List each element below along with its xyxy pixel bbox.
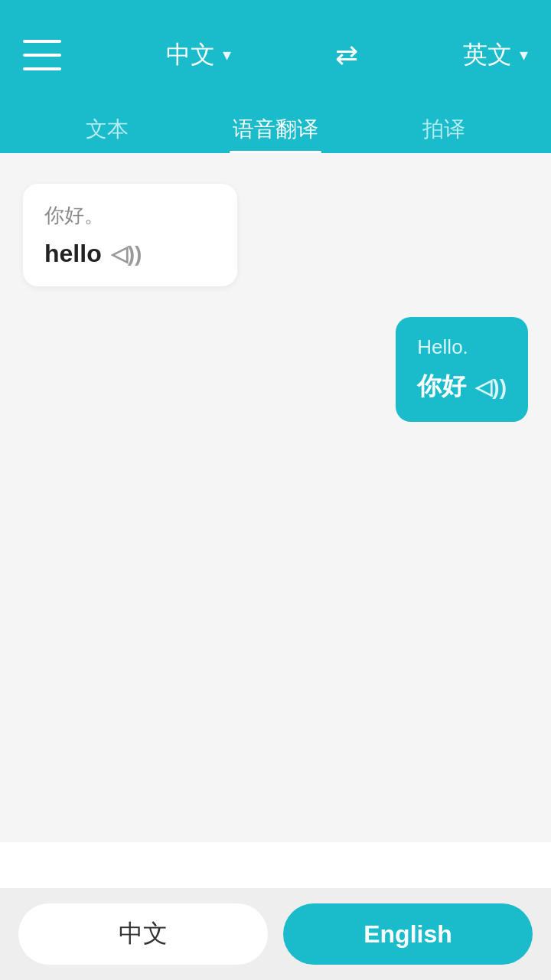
- bottom-bar: 中文 English: [0, 888, 551, 980]
- sent-translated-text: 你好 ◁)): [417, 370, 507, 403]
- message-bubble-sent-wrapper: Hello. 你好 ◁)): [23, 317, 528, 422]
- received-translated-text: hello ◁)): [44, 240, 216, 268]
- received-original-text: 你好。: [44, 202, 216, 229]
- tab-bar: 文本 语音翻译 拍译: [23, 103, 528, 153]
- source-lang-label: 中文: [166, 38, 215, 72]
- source-lang-chevron-icon: ▾: [223, 45, 231, 65]
- sent-sound-icon[interactable]: ◁)): [475, 374, 507, 400]
- header-top: 中文 ▾ ⇄ 英文 ▾: [23, 38, 528, 95]
- target-lang-selector[interactable]: 英文 ▾: [463, 38, 528, 72]
- target-lang-label: 英文: [463, 38, 512, 72]
- menu-icon[interactable]: [23, 40, 61, 70]
- tab-text[interactable]: 文本: [23, 103, 191, 153]
- sent-original-text: Hello.: [417, 335, 507, 359]
- message-bubble-sent: Hello. 你好 ◁)): [396, 317, 528, 422]
- chat-area: 你好。 hello ◁)) Hello. 你好 ◁)): [0, 153, 551, 842]
- source-lang-selector[interactable]: 中文 ▾: [166, 38, 231, 72]
- chinese-speak-button[interactable]: 中文: [18, 903, 268, 965]
- app-header: 中文 ▾ ⇄ 英文 ▾ 文本 语音翻译 拍译: [0, 0, 551, 153]
- tab-camera-translation[interactable]: 拍译: [360, 103, 528, 153]
- received-sound-icon[interactable]: ◁)): [111, 241, 142, 266]
- message-bubble-received: 你好。 hello ◁)): [23, 184, 237, 286]
- target-lang-chevron-icon: ▾: [520, 45, 528, 65]
- swap-languages-icon[interactable]: ⇄: [335, 39, 358, 71]
- english-speak-button[interactable]: English: [283, 903, 533, 965]
- tab-voice-translation[interactable]: 语音翻译: [191, 103, 360, 153]
